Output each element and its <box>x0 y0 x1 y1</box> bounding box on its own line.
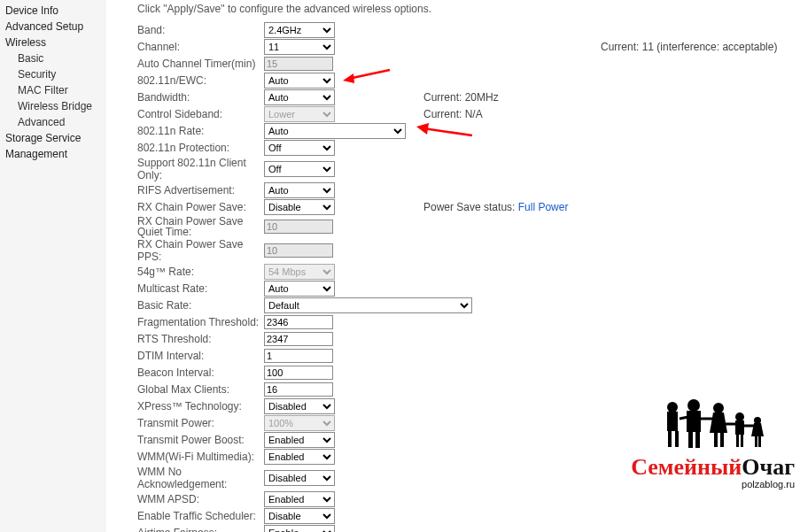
label-max-clients: Global Max Clients: <box>137 383 264 396</box>
select-wmm-apsd[interactable]: Enabled <box>264 491 335 507</box>
channel-current: Current: 11 (interference: acceptable) <box>601 41 777 53</box>
svg-rect-7 <box>675 431 679 447</box>
svg-point-8 <box>687 399 700 412</box>
family-silhouette-icon <box>651 399 775 448</box>
input-max-clients[interactable] <box>264 382 333 397</box>
label-traffic-sched: Enable Traffic Scheduler: <box>137 510 264 522</box>
svg-rect-13 <box>714 433 718 447</box>
select-tx-boost[interactable]: Enabled <box>264 432 335 448</box>
nav-device-info[interactable]: Device Info <box>0 3 106 19</box>
input-rx-ps-pps <box>264 243 333 258</box>
label-rts: RTS Threshold: <box>137 333 264 345</box>
svg-rect-5 <box>667 412 678 431</box>
select-basic-rate[interactable]: Default <box>264 297 472 313</box>
nav-wireless-bridge[interactable]: Wireless Bridge <box>0 98 106 114</box>
label-tx-boost: Transmit Power Boost: <box>137 434 264 446</box>
nav-basic[interactable]: Basic <box>0 50 106 66</box>
select-wmm-noack[interactable]: Disabled <box>264 470 335 486</box>
label-xpress: XPress™ Technology: <box>137 400 264 412</box>
label-frag: Fragmentation Threshold: <box>137 316 264 328</box>
label-airtime: Airtime Fairness: <box>137 527 264 532</box>
nav-advanced-setup[interactable]: Advanced Setup <box>0 19 106 35</box>
svg-rect-21 <box>758 436 761 447</box>
svg-rect-18 <box>741 435 743 447</box>
select-ewc[interactable]: Auto <box>264 73 335 89</box>
input-dtim[interactable] <box>264 349 333 363</box>
nav-mac-filter[interactable]: MAC Filter <box>0 82 106 98</box>
svg-rect-10 <box>688 432 693 448</box>
label-dtim: DTIM Interval: <box>137 350 264 362</box>
label-channel: Channel: <box>137 41 264 53</box>
label-wmm-noack: WMM No Acknowledgement: <box>137 466 264 490</box>
ps-status-value[interactable]: Full Power <box>518 201 569 213</box>
select-rate54g: 54 Mbps <box>264 264 335 280</box>
nav-management[interactable]: Management <box>0 146 106 162</box>
label-bandwidth: Bandwidth: <box>137 91 264 104</box>
input-beacon[interactable] <box>264 366 333 380</box>
label-prot11n: 802.11n Protection: <box>137 142 264 154</box>
input-auto-channel-timer <box>264 57 333 71</box>
select-tx-power: 100% <box>264 415 335 431</box>
svg-point-19 <box>754 417 761 424</box>
label-sideband: Control Sideband: <box>137 108 264 120</box>
input-rx-ps-quiet <box>264 220 333 234</box>
label-wmm-apsd: WMM APSD: <box>137 493 264 505</box>
input-frag[interactable] <box>264 315 333 329</box>
svg-point-12 <box>713 403 724 413</box>
ps-status-label: Power Save status: <box>423 201 515 213</box>
sidebar: Device Info Advanced Setup Wireless Basi… <box>0 0 106 532</box>
svg-rect-16 <box>735 420 744 435</box>
label-client-only: Support 802.11n Client Only: <box>137 157 264 181</box>
nav-storage[interactable]: Storage Service <box>0 130 106 146</box>
label-rifs: RIFS Advertisement: <box>137 184 264 197</box>
label-tx-power: Transmit Power: <box>137 417 264 429</box>
label-wmm: WMM(Wi-Fi Multimedia): <box>137 451 264 463</box>
select-traffic-sched[interactable]: Disable <box>264 508 335 524</box>
svg-point-4 <box>667 402 678 412</box>
svg-rect-11 <box>695 432 700 448</box>
label-rx-ps: RX Chain Power Save: <box>137 201 264 213</box>
svg-rect-6 <box>668 431 672 447</box>
select-airtime[interactable]: Enable <box>264 525 335 532</box>
svg-rect-14 <box>720 433 724 447</box>
nav-security[interactable]: Security <box>0 66 106 82</box>
label-basic-rate: Basic Rate: <box>137 299 264 312</box>
label-rx-ps-pps: RX Chain Power Save PPS: <box>137 238 264 263</box>
svg-point-15 <box>735 412 744 421</box>
label-band: Band: <box>137 24 264 36</box>
select-wmm[interactable]: Enabled <box>264 449 335 465</box>
bandwidth-current: Current: 20MHz <box>423 91 499 104</box>
svg-line-22 <box>680 417 688 419</box>
label-multicast: Multicast Rate: <box>137 282 264 295</box>
select-sideband: Lower <box>264 106 335 122</box>
select-rifs[interactable]: Auto <box>264 182 335 198</box>
label-beacon: Beacon Interval: <box>137 366 264 379</box>
svg-rect-17 <box>736 435 739 447</box>
select-channel[interactable]: 11 <box>264 39 335 55</box>
select-client-only[interactable]: Off <box>264 161 335 177</box>
select-band[interactable]: 2.4GHz <box>264 22 335 38</box>
intro-text: Click "Apply/Save" to configure the adva… <box>137 3 793 15</box>
svg-rect-9 <box>687 411 701 432</box>
select-prot11n[interactable]: Off <box>264 140 335 156</box>
svg-rect-20 <box>755 436 757 447</box>
label-auto-channel-timer: Auto Channel Timer(min) <box>137 58 264 70</box>
nav-advanced[interactable]: Advanced <box>0 114 106 130</box>
label-rx-ps-quiet: RX Chain Power Save Quiet Time: <box>137 216 264 237</box>
label-ewc: 802.11n/EWC: <box>137 74 264 87</box>
sideband-current: Current: N/A <box>423 108 483 120</box>
label-rate54g: 54g™ Rate: <box>137 266 264 278</box>
input-rts[interactable] <box>264 332 333 346</box>
label-rate11n: 802.11n Rate: <box>137 125 264 137</box>
nav-wireless[interactable]: Wireless <box>0 35 106 50</box>
select-rate11n[interactable]: Auto <box>264 123 406 139</box>
select-bandwidth[interactable]: Auto <box>264 89 335 105</box>
select-rx-ps[interactable]: Disable <box>264 199 335 215</box>
select-multicast[interactable]: Auto <box>264 281 335 297</box>
select-xpress[interactable]: Disabled <box>264 398 335 414</box>
main-panel: Click "Apply/Save" to configure the adva… <box>137 3 793 532</box>
